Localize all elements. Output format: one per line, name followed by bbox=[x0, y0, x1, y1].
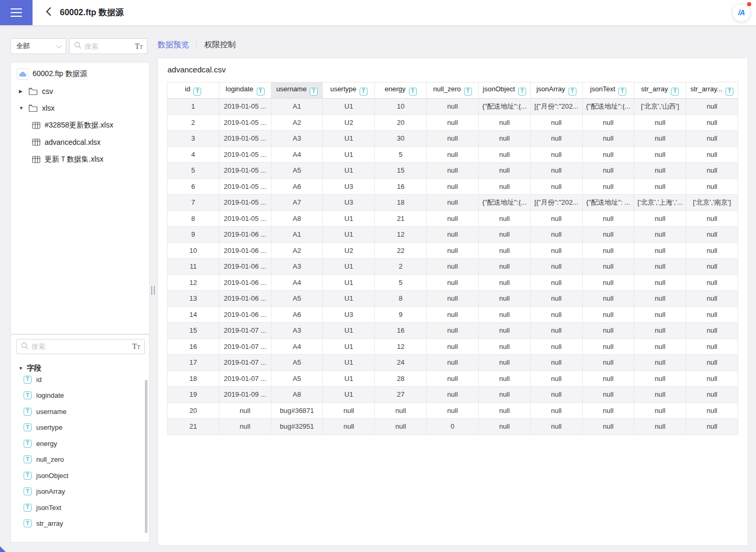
table-cell: 28 bbox=[375, 370, 427, 387]
tab-data-preview[interactable]: 数据预览 bbox=[158, 40, 189, 50]
table-cell: null bbox=[478, 114, 530, 131]
table-cell: A7 bbox=[271, 195, 323, 211]
sidebar-resize-handle[interactable] bbox=[151, 286, 155, 295]
field-item-str_array[interactable]: Tstr_array bbox=[11, 516, 149, 532]
table-cell: null bbox=[427, 210, 479, 227]
table-cell: 2019-01-05 ... bbox=[219, 99, 271, 115]
table-cell: 11 bbox=[167, 259, 219, 275]
field-item-usertype[interactable]: Tusertype bbox=[11, 420, 149, 436]
table-cell: A1 bbox=[271, 227, 323, 243]
table-cell: 9 bbox=[375, 306, 427, 323]
table-cell: U1 bbox=[323, 338, 375, 355]
field-item-id[interactable]: Tid bbox=[11, 371, 149, 388]
table-cell: null bbox=[634, 402, 686, 419]
tree-search-input[interactable] bbox=[85, 43, 135, 50]
table-cell: 2019-01-05 ... bbox=[219, 146, 271, 163]
table-cell: A3 bbox=[271, 259, 323, 275]
table-cell: null bbox=[686, 146, 738, 163]
table-cell: null bbox=[686, 306, 738, 323]
table-cell: null bbox=[582, 291, 634, 307]
field-item-username[interactable]: Tusername bbox=[11, 404, 149, 420]
search-icon bbox=[21, 342, 28, 352]
table-cell: 2019-01-05 ... bbox=[219, 131, 271, 147]
table-cell: 12 bbox=[167, 274, 219, 291]
menu-icon[interactable] bbox=[0, 0, 33, 25]
text-type-icon: T bbox=[24, 504, 32, 512]
filter-type-select[interactable]: 全部 bbox=[10, 38, 66, 54]
table-cell: null bbox=[427, 370, 479, 387]
column-header-logindate[interactable]: logindateT bbox=[219, 82, 271, 99]
table-cell: null bbox=[530, 242, 582, 259]
column-label: id bbox=[185, 85, 190, 93]
table-cell: A5 bbox=[271, 163, 323, 179]
caret-right-icon[interactable]: ▶ bbox=[19, 89, 24, 94]
table-cell: null bbox=[686, 210, 738, 227]
column-header-str_array[interactable]: str_arrayT bbox=[634, 82, 686, 99]
table-icon bbox=[32, 156, 40, 163]
table-cell: ['北京','上海','... bbox=[634, 195, 686, 211]
match-case-icon[interactable]: TT bbox=[135, 43, 143, 50]
table-cell: 5 bbox=[167, 163, 219, 179]
column-header-str_array...[interactable]: str_array...T bbox=[686, 82, 738, 99]
table-cell: 20 bbox=[375, 114, 427, 131]
table-cell: null bbox=[634, 323, 686, 339]
table-cell: null bbox=[582, 178, 634, 195]
table-cell: 2019-01-07 ... bbox=[219, 370, 271, 387]
file-tree-items: ▶csv▼xlsx#32858更新数据.xlsxadvancedcal.xlsx… bbox=[11, 83, 149, 168]
table-cell: null bbox=[582, 274, 634, 291]
tree-item[interactable]: ▶csv bbox=[11, 83, 149, 100]
column-header-null_zero[interactable]: null_zeroT bbox=[427, 82, 479, 99]
table-cell: bug#32951 bbox=[271, 419, 323, 435]
column-header-id[interactable]: idT bbox=[167, 82, 219, 99]
table-cell: 10 bbox=[167, 242, 219, 259]
table-cell: null bbox=[634, 291, 686, 307]
tree-item[interactable]: ▼xlsx bbox=[11, 100, 149, 117]
table-cell: null bbox=[219, 402, 271, 419]
table-cell: 6 bbox=[167, 178, 219, 195]
field-item-null_zero[interactable]: Tnull_zero bbox=[11, 452, 149, 468]
text-type-icon: T bbox=[618, 88, 626, 95]
column-label: logindate bbox=[226, 85, 254, 93]
tree-item[interactable]: advancedcal.xlsx bbox=[11, 134, 149, 151]
table-cell: 5 bbox=[375, 146, 427, 163]
table-cell: null bbox=[634, 114, 686, 131]
column-header-energy[interactable]: energyT bbox=[375, 82, 427, 99]
search-icon bbox=[74, 41, 81, 51]
field-item-logindate[interactable]: Tlogindate bbox=[11, 388, 149, 404]
field-search-input[interactable] bbox=[32, 343, 132, 351]
table-cell: null bbox=[686, 227, 738, 243]
column-header-jsonArray[interactable]: jsonArrayT bbox=[530, 82, 582, 99]
field-item-jsonText[interactable]: TjsonText bbox=[11, 500, 149, 516]
column-header-usertype[interactable]: usertypeT bbox=[323, 82, 375, 99]
field-label: logindate bbox=[36, 391, 64, 399]
table-row: 142019-01-06 ...A6U39nullnullnullnullnul… bbox=[167, 306, 738, 323]
caret-down-icon[interactable]: ▼ bbox=[19, 105, 24, 111]
tree-item-label: advancedcal.xlsx bbox=[45, 138, 101, 146]
tab-divider bbox=[196, 41, 197, 49]
tree-item[interactable]: 更新Ｔ数据集.xlsx bbox=[11, 151, 149, 168]
column-header-jsonObject[interactable]: jsonObjectT bbox=[478, 82, 530, 99]
table-cell: null bbox=[634, 306, 686, 323]
table-cell: null bbox=[530, 274, 582, 291]
field-item-jsonObject[interactable]: TjsonObject bbox=[11, 468, 149, 484]
tab-permission-control[interactable]: 权限控制 bbox=[204, 40, 236, 50]
table-cell: 12 bbox=[375, 338, 427, 355]
field-item-energy[interactable]: Tenergy bbox=[11, 436, 149, 452]
table-cell: null bbox=[478, 242, 530, 259]
table-cell: null bbox=[686, 291, 738, 307]
table-cell: null bbox=[427, 338, 479, 355]
table-cell: null bbox=[530, 259, 582, 275]
match-case-icon[interactable]: TT bbox=[132, 343, 140, 351]
tree-item-root[interactable]: 60002.ftp 数据源 bbox=[11, 66, 149, 83]
fields-scrollbar[interactable] bbox=[145, 380, 148, 533]
table-cell: null bbox=[375, 419, 427, 435]
table-cell: A3 bbox=[271, 131, 323, 147]
column-header-jsonText[interactable]: jsonTextT bbox=[582, 82, 634, 99]
table-cell: null bbox=[530, 146, 582, 163]
back-button[interactable] bbox=[42, 6, 55, 19]
table-cell: null bbox=[582, 355, 634, 371]
field-item-jsonArray[interactable]: TjsonArray bbox=[11, 484, 149, 500]
tree-item[interactable]: #32858更新数据.xlsx bbox=[11, 117, 149, 134]
column-header-username[interactable]: usernameT bbox=[271, 82, 323, 99]
text-type-icon: T bbox=[24, 423, 32, 431]
